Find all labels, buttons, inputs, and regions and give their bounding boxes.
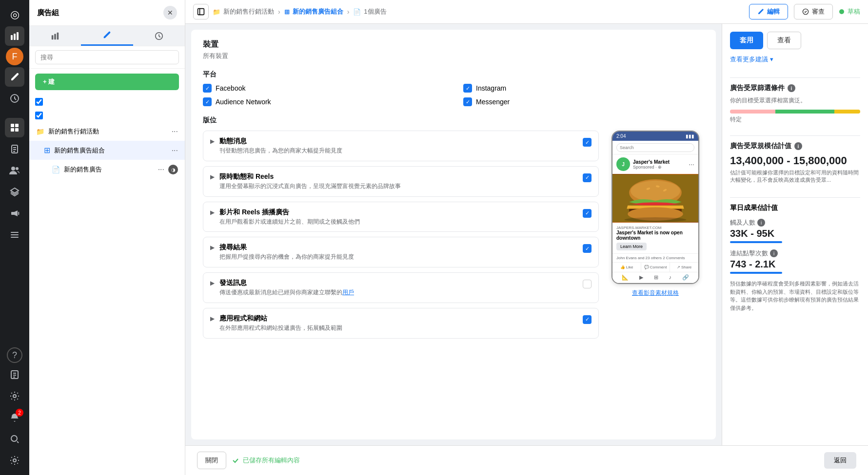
- more-suggestions-link[interactable]: 查看更多建議 ▾: [730, 55, 860, 64]
- preview-cta[interactable]: Learn More: [616, 243, 647, 250]
- tree-item-adset[interactable]: ⊞ 新的銷售廣告組合 ···: [29, 141, 185, 160]
- apply-button[interactable]: 套用: [730, 32, 763, 49]
- preview-social-text: John Evans and 23 others 2 Comments: [616, 256, 685, 260]
- sub-nav-stats[interactable]: [29, 26, 81, 46]
- platform-instagram[interactable]: ✓ Instagram: [463, 84, 704, 93]
- placement-message-header[interactable]: ▶ 發送訊息 傳送優惠或最新消息給已經與你商家建立聯繫的用戶: [203, 273, 598, 303]
- ad-more-icon[interactable]: ···: [158, 165, 164, 174]
- preview-like[interactable]: 👍 Like: [612, 263, 641, 272]
- adset-more-icon[interactable]: ···: [172, 146, 178, 155]
- placement-search-header[interactable]: ▶ 搜尋結果 把握用戶提搜尋內容的機會，為你的商家提升能見度 ✓: [203, 237, 598, 267]
- svg-rect-13: [11, 237, 19, 238]
- preview-avatar: J: [616, 157, 630, 171]
- platform-messenger[interactable]: ✓ Messenger: [463, 97, 704, 106]
- close-panel-button[interactable]: ✕: [163, 6, 177, 19]
- close-button[interactable]: 關閉: [197, 452, 226, 469]
- build-button[interactable]: + 建: [35, 74, 179, 90]
- settings-icon[interactable]: [5, 386, 24, 406]
- placement-apps: ▶ 應用程式和網站 在外部應用程式和網站投遞廣告，拓展觸及範圍 ✓: [203, 308, 599, 339]
- reach-info-icon[interactable]: i: [757, 219, 765, 227]
- feed-checkbox[interactable]: ✓: [583, 138, 592, 147]
- checkbox-1[interactable]: [35, 98, 43, 106]
- estimate-info-icon[interactable]: i: [794, 142, 802, 150]
- breadcrumb-ad[interactable]: 📄 1個廣告: [353, 7, 386, 16]
- grid-icon[interactable]: [5, 118, 24, 137]
- platform-facebook[interactable]: ✓ Facebook: [203, 84, 444, 93]
- placement-stories-header[interactable]: ▶ 限時動態和 Reels 運用全螢幕顯示的沉浸式直向廣告，呈現充滿豐富視覺元素…: [203, 167, 598, 196]
- review-button[interactable]: 審查: [794, 4, 833, 19]
- doc-icon[interactable]: [5, 139, 24, 159]
- preview-comment[interactable]: 💬 Comment: [641, 263, 670, 272]
- stories-name: 限時動態和 Reels: [219, 172, 578, 181]
- view-button[interactable]: 查看: [767, 32, 801, 49]
- platform-audience-network[interactable]: ✓ Audience Network: [203, 97, 444, 106]
- stories-checkbox[interactable]: ✓: [583, 173, 592, 182]
- clock-icon[interactable]: [5, 89, 24, 108]
- tree-item-campaign[interactable]: 📁 新的銷售行銷活動 ···: [29, 122, 185, 141]
- sub-nav-edit[interactable]: [81, 26, 133, 46]
- breadcrumb-campaign[interactable]: 📁 新的銷售行銷活動: [213, 7, 274, 16]
- megaphone-icon[interactable]: [5, 204, 24, 223]
- ad-label: 新的銷售廣告: [64, 165, 154, 174]
- bottom-bar: 關閉 已儲存所有編輯內容 返回: [185, 445, 868, 475]
- search-checkbox[interactable]: ✓: [583, 244, 592, 253]
- svg-point-24: [839, 9, 844, 14]
- ad-toggle[interactable]: ◑: [168, 165, 178, 174]
- sidebar: ◎ F ? 2: [0, 0, 29, 475]
- preview-share[interactable]: ↗ Share: [670, 263, 698, 272]
- sub-nav-history[interactable]: [133, 26, 185, 46]
- preview-social-row: John Evans and 23 others 2 Comments: [612, 253, 698, 262]
- checkbox-row-2: [29, 109, 185, 122]
- preview-ad-card: J Jasper's Market Sponsored · ⊕ ···: [612, 154, 698, 283]
- svg-rect-20: [57, 32, 59, 39]
- layers-icon[interactable]: [5, 182, 24, 202]
- tree-item-ad[interactable]: 📄 新的銷售廣告 ··· ◑: [29, 160, 185, 179]
- message-checkbox[interactable]: [583, 280, 592, 288]
- audience-info-icon[interactable]: i: [788, 84, 795, 92]
- placement-feed-header[interactable]: ▶ 動態消息 刊登動態消息廣告，為您的商家大幅提升能見度 ✓: [203, 131, 598, 161]
- notification-badge: 2: [16, 409, 23, 417]
- back-button[interactable]: 返回: [824, 452, 856, 469]
- clicks-info-icon[interactable]: i: [770, 249, 778, 257]
- apps-checkbox[interactable]: ✓: [583, 315, 592, 324]
- svg-point-15: [13, 395, 16, 398]
- apps-chevron: ▶: [210, 315, 215, 322]
- bell-icon[interactable]: 2: [5, 408, 24, 427]
- feed-name: 動態消息: [219, 137, 578, 146]
- breadcrumb-adset[interactable]: ⊞ 新的銷售廣告組合: [284, 7, 343, 16]
- search-input[interactable]: [35, 50, 179, 64]
- report-icon[interactable]: [5, 365, 24, 384]
- preview-ad-title: Jasper's Market is now open downtown: [616, 230, 694, 241]
- pen-icon[interactable]: [5, 67, 24, 87]
- preview-url: JASPERS-MARKET.COM: [616, 226, 694, 230]
- messenger-label: Messenger: [476, 98, 510, 106]
- gear-bottom-icon[interactable]: [5, 451, 24, 470]
- placement-apps-header[interactable]: ▶ 應用程式和網站 在外部應用程式和網站投遞廣告，拓展觸及範圍 ✓: [203, 308, 598, 338]
- svg-rect-4: [11, 124, 14, 127]
- placement-message: ▶ 發送訊息 傳送優惠或最新消息給已經與你商家建立聯繫的用戶: [203, 272, 599, 303]
- apps-desc: 在外部應用程式和網站投遞廣告，拓展觸及範圍: [219, 324, 578, 332]
- message-link[interactable]: 用戶: [342, 289, 354, 296]
- help-icon[interactable]: ?: [7, 347, 22, 363]
- campaign-panel-title: 廣告組: [37, 8, 59, 18]
- sidebar-toggle-button[interactable]: [193, 4, 209, 19]
- preview-more-icon[interactable]: ···: [689, 160, 694, 168]
- preview-icon-1: 📐: [622, 274, 629, 281]
- placement-video-header[interactable]: ▶ 影片和 Reels 插播廣告 在用戶觀看影片或連續短片之前、期間或之後觸及他…: [203, 202, 598, 232]
- view-specs-link[interactable]: 查看影音素材規格: [632, 289, 679, 297]
- campaign-more-icon[interactable]: ···: [172, 127, 178, 136]
- stats-icon[interactable]: [5, 26, 24, 46]
- checkbox-2[interactable]: [35, 112, 43, 119]
- message-desc: 傳送優惠或最新消息給已經與你商家建立聯繫的用戶: [219, 288, 578, 297]
- people-icon[interactable]: [5, 161, 24, 180]
- preview-search-input[interactable]: [616, 143, 694, 152]
- logo-icon[interactable]: ◎: [5, 5, 24, 24]
- campaign-panel: 廣告組 ✕ + 建 📁 新的銷售行銷活動 ··· ⊞ 新的銷售廣: [29, 0, 185, 475]
- user-avatar[interactable]: F: [6, 48, 23, 65]
- video-checkbox[interactable]: ✓: [583, 209, 592, 218]
- search-bottom-icon[interactable]: [5, 429, 24, 449]
- campaign-tree: 📁 新的銷售行銷活動 ··· ⊞ 新的銷售廣告組合 ··· 📄 新的銷售廣告 ·…: [29, 122, 185, 475]
- message-info: 發送訊息 傳送優惠或最新消息給已經與你商家建立聯繫的用戶: [219, 279, 578, 297]
- menu-icon[interactable]: [5, 225, 24, 245]
- edit-button[interactable]: 編輯: [749, 4, 788, 19]
